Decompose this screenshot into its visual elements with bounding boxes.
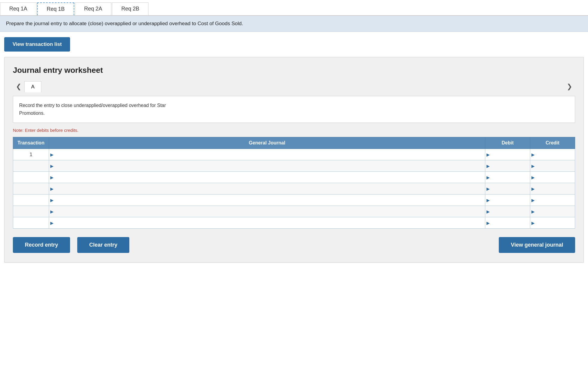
instruction-text: Prepare the journal entry to allocate (c…	[6, 21, 243, 26]
general-journal-input[interactable]	[49, 183, 485, 194]
credit-cell[interactable]: ▶	[530, 217, 575, 229]
table-row: 1▶▶▶	[13, 149, 575, 160]
general-journal-input[interactable]	[49, 206, 485, 217]
instruction-bar: Prepare the journal entry to allocate (c…	[0, 16, 588, 32]
cell-arrow-icon: ▶	[487, 152, 490, 157]
worksheet-container: Journal entry worksheet ❮ A ❯ Record the…	[4, 57, 584, 263]
cell-arrow-icon: ▶	[50, 186, 54, 191]
debit-cell[interactable]: ▶	[485, 172, 530, 183]
credit-input[interactable]	[530, 206, 575, 217]
transaction-cell: 1	[13, 149, 49, 160]
general-journal-cell[interactable]: ▶	[49, 183, 485, 194]
cell-arrow-icon: ▶	[487, 186, 490, 191]
general-journal-input[interactable]	[49, 149, 485, 160]
credit-cell[interactable]: ▶	[530, 149, 575, 160]
view-transaction-button[interactable]: View transaction list	[4, 37, 70, 52]
credit-cell[interactable]: ▶	[530, 206, 575, 217]
col-credit: Credit	[530, 137, 575, 149]
next-arrow[interactable]: ❯	[564, 81, 575, 92]
general-journal-input[interactable]	[49, 217, 485, 228]
tab-req1b[interactable]: Req 1B	[37, 2, 74, 15]
debit-cell[interactable]: ▶	[485, 149, 530, 160]
cell-arrow-icon: ▶	[531, 152, 535, 157]
debit-input[interactable]	[485, 206, 530, 217]
description-line2: Promotions.	[19, 111, 45, 116]
description-line1: Record the entry to close underapplied/o…	[19, 103, 166, 108]
col-debit: Debit	[485, 137, 530, 149]
cell-arrow-icon: ▶	[531, 175, 535, 180]
credit-input[interactable]	[530, 160, 575, 171]
cell-arrow-icon: ▶	[487, 209, 490, 214]
nav-row: ❮ A ❯	[13, 81, 575, 92]
debit-input[interactable]	[485, 183, 530, 194]
cell-arrow-icon: ▶	[487, 198, 490, 203]
general-journal-input[interactable]	[49, 172, 485, 183]
cell-arrow-icon: ▶	[50, 152, 54, 157]
table-row: ▶▶▶	[13, 194, 575, 206]
credit-input[interactable]	[530, 183, 575, 194]
credit-input[interactable]	[530, 149, 575, 160]
general-journal-cell[interactable]: ▶	[49, 149, 485, 160]
general-journal-cell[interactable]: ▶	[49, 160, 485, 172]
journal-table: Transaction General Journal Debit Credit…	[13, 137, 575, 229]
table-row: ▶▶▶	[13, 206, 575, 217]
buttons-row: Record entry Clear entry View general jo…	[13, 237, 575, 253]
credit-cell[interactable]: ▶	[530, 194, 575, 206]
clear-entry-button[interactable]: Clear entry	[77, 237, 129, 253]
cell-arrow-icon: ▶	[487, 164, 490, 168]
tab-req2a[interactable]: Req 2A	[75, 2, 111, 15]
general-journal-cell[interactable]: ▶	[49, 194, 485, 206]
credit-cell[interactable]: ▶	[530, 183, 575, 194]
transaction-cell	[13, 183, 49, 194]
debit-input[interactable]	[485, 172, 530, 183]
general-journal-cell[interactable]: ▶	[49, 172, 485, 183]
worksheet-tab-a[interactable]: A	[24, 81, 41, 92]
debit-cell[interactable]: ▶	[485, 160, 530, 172]
debit-input[interactable]	[485, 149, 530, 160]
record-entry-button[interactable]: Record entry	[13, 237, 70, 253]
entry-description-box: Record the entry to close underapplied/o…	[13, 96, 575, 123]
cell-arrow-icon: ▶	[50, 209, 54, 214]
transaction-cell	[13, 172, 49, 183]
cell-arrow-icon: ▶	[531, 164, 535, 168]
transaction-cell	[13, 217, 49, 229]
cell-arrow-icon: ▶	[487, 221, 490, 225]
cell-arrow-icon: ▶	[50, 175, 54, 180]
credit-cell[interactable]: ▶	[530, 172, 575, 183]
general-journal-input[interactable]	[49, 194, 485, 206]
transaction-cell	[13, 206, 49, 217]
cell-arrow-icon: ▶	[531, 198, 535, 203]
debit-input[interactable]	[485, 194, 530, 206]
debit-cell[interactable]: ▶	[485, 183, 530, 194]
debit-cell[interactable]: ▶	[485, 206, 530, 217]
cell-arrow-icon: ▶	[50, 198, 54, 203]
col-general-journal: General Journal	[49, 137, 485, 149]
transaction-cell	[13, 194, 49, 206]
general-journal-input[interactable]	[49, 160, 485, 171]
tab-req1a[interactable]: Req 1A	[0, 2, 37, 15]
cell-arrow-icon: ▶	[50, 164, 54, 168]
credit-cell[interactable]: ▶	[530, 160, 575, 172]
table-row: ▶▶▶	[13, 172, 575, 183]
credit-input[interactable]	[530, 172, 575, 183]
debit-cell[interactable]: ▶	[485, 217, 530, 229]
table-row: ▶▶▶	[13, 217, 575, 229]
cell-arrow-icon: ▶	[487, 175, 490, 180]
view-general-journal-button[interactable]: View general journal	[499, 237, 575, 253]
cell-arrow-icon: ▶	[531, 209, 535, 214]
credit-input[interactable]	[530, 194, 575, 206]
debit-input[interactable]	[485, 160, 530, 171]
general-journal-cell[interactable]: ▶	[49, 206, 485, 217]
cell-arrow-icon: ▶	[50, 221, 54, 225]
col-transaction: Transaction	[13, 137, 49, 149]
debit-input[interactable]	[485, 217, 530, 228]
credit-input[interactable]	[530, 217, 575, 228]
tab-req2b[interactable]: Req 2B	[112, 2, 148, 15]
debit-cell[interactable]: ▶	[485, 194, 530, 206]
general-journal-cell[interactable]: ▶	[49, 217, 485, 229]
cell-arrow-icon: ▶	[531, 221, 535, 225]
transaction-cell	[13, 160, 49, 172]
table-row: ▶▶▶	[13, 183, 575, 194]
prev-arrow[interactable]: ❮	[13, 81, 24, 92]
cell-arrow-icon: ▶	[531, 186, 535, 191]
